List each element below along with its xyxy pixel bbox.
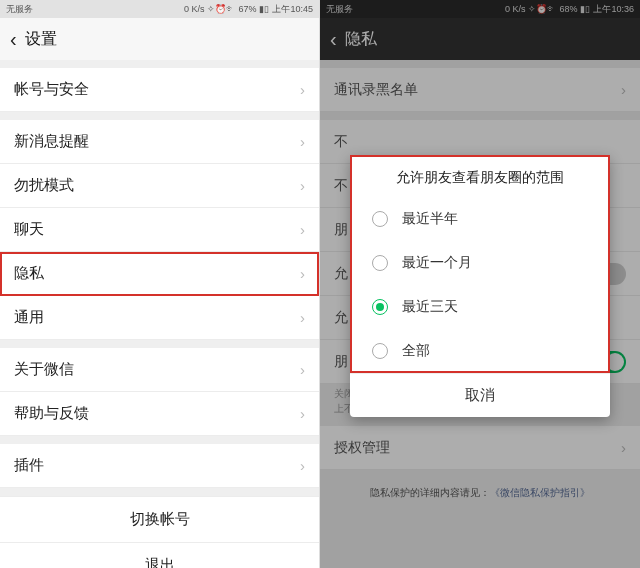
row-label: 通用 — [14, 308, 44, 327]
settings-list: 插件 › — [0, 444, 319, 488]
logout-button[interactable]: 退出 — [0, 542, 319, 568]
row-plugins[interactable]: 插件 › — [0, 444, 319, 488]
battery-icon: ▮▯ — [259, 4, 269, 14]
switch-account-button[interactable]: 切换帐号 — [0, 496, 319, 542]
row-label: 帮助与反馈 — [14, 404, 89, 423]
navbar: ‹ 设置 — [0, 18, 319, 60]
chevron-right-icon: › — [300, 221, 305, 238]
settings-list: 帐号与安全 › — [0, 68, 319, 112]
radio-icon — [372, 343, 388, 359]
row-label: 新消息提醒 — [14, 132, 89, 151]
option-all[interactable]: 全部 — [350, 329, 610, 373]
row-label: 帐号与安全 — [14, 80, 89, 99]
page-title: 设置 — [25, 29, 57, 50]
row-label: 勿扰模式 — [14, 176, 74, 195]
carrier-label: 无服务 — [6, 3, 33, 16]
chevron-right-icon: › — [300, 405, 305, 422]
time-label: 上午10:45 — [272, 3, 313, 16]
row-account-security[interactable]: 帐号与安全 › — [0, 68, 319, 112]
option-label: 最近三天 — [402, 298, 458, 316]
settings-list: 关于微信 › 帮助与反馈 › — [0, 348, 319, 436]
row-label: 关于微信 — [14, 360, 74, 379]
row-about[interactable]: 关于微信 › — [0, 348, 319, 392]
chevron-right-icon: › — [300, 457, 305, 474]
back-icon[interactable]: ‹ — [10, 28, 17, 51]
chevron-right-icon: › — [300, 265, 305, 282]
row-privacy[interactable]: 隐私 › — [0, 252, 319, 296]
option-half-year[interactable]: 最近半年 — [350, 197, 610, 241]
row-chat[interactable]: 聊天 › — [0, 208, 319, 252]
row-help[interactable]: 帮助与反馈 › — [0, 392, 319, 436]
chevron-right-icon: › — [300, 81, 305, 98]
moments-range-dialog: 允许朋友查看朋友圈的范围 最近半年 最近一个月 最近三天 全部 — [350, 155, 610, 417]
chevron-right-icon: › — [300, 309, 305, 326]
signal-icon: ✧⏰ᯤ — [207, 4, 235, 14]
option-label: 全部 — [402, 342, 430, 360]
chevron-right-icon: › — [300, 133, 305, 150]
settings-list: 新消息提醒 › 勿扰模式 › 聊天 › 隐私 › 通用 › — [0, 120, 319, 340]
net-speed: 0 K/s — [184, 4, 205, 14]
row-label: 聊天 — [14, 220, 44, 239]
row-label: 插件 — [14, 456, 44, 475]
option-label: 最近一个月 — [402, 254, 472, 272]
row-general[interactable]: 通用 › — [0, 296, 319, 340]
status-bar: 无服务 0 K/s ✧⏰ᯤ 67% ▮▯ 上午10:45 — [0, 0, 319, 18]
option-three-days[interactable]: 最近三天 — [350, 285, 610, 329]
radio-icon — [372, 211, 388, 227]
privacy-screen: 无服务 0 K/s ✧⏰ᯤ 68% ▮▯ 上午10:36 ‹ 隐私 通讯录黑名单… — [320, 0, 640, 568]
account-actions: 切换帐号 退出 — [0, 496, 319, 568]
option-one-month[interactable]: 最近一个月 — [350, 241, 610, 285]
battery-label: 67% — [238, 4, 256, 14]
cancel-button[interactable]: 取消 — [350, 373, 610, 417]
row-new-message[interactable]: 新消息提醒 › — [0, 120, 319, 164]
row-dnd[interactable]: 勿扰模式 › — [0, 164, 319, 208]
dialog-title: 允许朋友查看朋友圈的范围 — [350, 155, 610, 197]
radio-icon — [372, 255, 388, 271]
chevron-right-icon: › — [300, 177, 305, 194]
option-label: 最近半年 — [402, 210, 458, 228]
radio-selected-icon — [372, 299, 388, 315]
settings-screen: 无服务 0 K/s ✧⏰ᯤ 67% ▮▯ 上午10:45 ‹ 设置 帐号与安全 … — [0, 0, 320, 568]
chevron-right-icon: › — [300, 361, 305, 378]
row-label: 隐私 — [14, 264, 44, 283]
